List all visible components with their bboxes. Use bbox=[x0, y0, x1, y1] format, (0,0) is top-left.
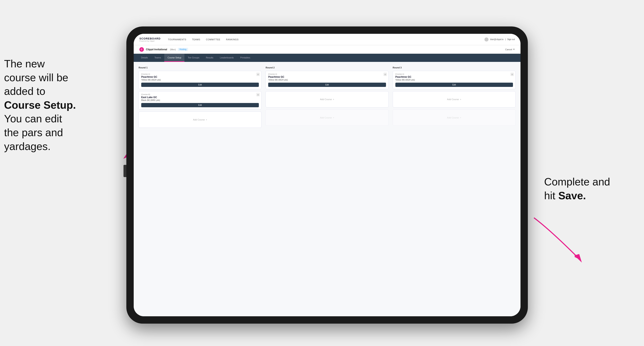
tablet-side-button bbox=[124, 165, 126, 177]
round2-course-a-delete[interactable]: ⊟ bbox=[384, 73, 387, 76]
round1-course-a-tee: Yellow (M) (6629 yds) bbox=[141, 79, 259, 81]
arrow-right bbox=[526, 214, 599, 271]
tournament-gender: (Men) bbox=[170, 48, 176, 51]
round-3-column: Round 3 ⊟ (Course A) Peachtree GC Yellow… bbox=[393, 66, 516, 130]
round2-course-a-label: (Course A) bbox=[268, 73, 386, 75]
tablet-screen: SCOREBOARD Powered by clippd TOURNAMENTS… bbox=[134, 34, 520, 316]
round3-add-course-disabled: Add Course + bbox=[393, 110, 516, 126]
round3-course-a-delete[interactable]: ⊟ bbox=[510, 73, 514, 76]
separator: | bbox=[505, 38, 506, 40]
round1-course-b-tee: Black (M) (6891 yds) bbox=[141, 99, 259, 101]
right-annotation: Complete and hit Save. bbox=[544, 175, 638, 202]
top-navigation: SCOREBOARD Powered by clippd TOURNAMENTS… bbox=[134, 34, 520, 45]
tab-printables[interactable]: Printables bbox=[237, 54, 254, 62]
round2-add-course-disabled-label: Add Course bbox=[320, 116, 332, 119]
hosting-badge: Hosting bbox=[178, 48, 188, 51]
round1-course-b-name: East Lake GC bbox=[141, 96, 259, 99]
cancel-button[interactable]: Cancel ✕ bbox=[505, 48, 515, 51]
round1-course-b-label: (Course B) bbox=[141, 93, 259, 95]
round-1-column: Round 1 ⊟ (Course A) Peachtree GC Yellow… bbox=[138, 66, 262, 130]
round3-add-course-icon: + bbox=[460, 98, 461, 101]
tab-leaderboards[interactable]: Leaderboards bbox=[217, 54, 237, 62]
app-logo: SCOREBOARD Powered by clippd bbox=[140, 37, 160, 42]
round1-add-course-icon: + bbox=[206, 119, 207, 121]
rounds-grid: Round 1 ⊟ (Course A) Peachtree GC Yellow… bbox=[138, 66, 516, 130]
annotation-line1: The new bbox=[4, 58, 45, 70]
tab-course-setup[interactable]: Course Setup bbox=[164, 54, 184, 62]
annotation-line6: yardages. bbox=[4, 141, 50, 152]
svg-marker-1 bbox=[574, 254, 582, 263]
round1-course-a-delete[interactable]: ⊟ bbox=[256, 73, 260, 76]
main-content: Round 1 ⊟ (Course A) Peachtree GC Yellow… bbox=[134, 62, 520, 316]
round1-course-a-edit[interactable]: Edit bbox=[141, 83, 259, 87]
round-2-column: Round 2 ⊟ (Course A) Peachtree GC Yellow… bbox=[266, 66, 388, 130]
annotation-right-line1: Complete and bbox=[544, 176, 610, 188]
round1-add-course-button[interactable]: Add Course + bbox=[138, 112, 262, 128]
round-2-label: Round 2 bbox=[266, 66, 388, 69]
tournament-name: Clippd Invitational bbox=[146, 48, 167, 51]
tab-teams[interactable]: Teams bbox=[151, 54, 164, 62]
round2-course-a-card: ⊟ (Course A) Peachtree GC Yellow (M) (66… bbox=[266, 71, 388, 89]
round1-course-a-name: Peachtree GC bbox=[141, 75, 259, 78]
round3-add-course-disabled-icon: + bbox=[460, 116, 461, 119]
round-3-label: Round 3 bbox=[393, 66, 516, 69]
tab-bar: Details Teams Course Setup Tee Groups Re… bbox=[134, 54, 520, 62]
annotation-line4: You can edit bbox=[4, 113, 62, 125]
annotation-right-bold: Save. bbox=[558, 190, 586, 201]
annotation-line2: course will be bbox=[4, 72, 68, 83]
round3-add-course-label: Add Course bbox=[447, 98, 459, 101]
tournament-title-area: C Clippd Invitational (Men) Hosting bbox=[140, 47, 188, 52]
annotation-line3: added to bbox=[4, 85, 45, 97]
user-avatar bbox=[484, 37, 488, 41]
round2-course-a-tee: Yellow (M) (6629 yds) bbox=[268, 79, 386, 81]
round2-add-course-disabled: Add Course + bbox=[266, 110, 388, 126]
round2-add-course-icon: + bbox=[333, 98, 334, 101]
nav-teams[interactable]: TEAMS bbox=[192, 38, 200, 41]
tab-tee-groups[interactable]: Tee Groups bbox=[184, 54, 202, 62]
logo-title: SCOREBOARD bbox=[140, 37, 160, 40]
nav-tournaments[interactable]: TOURNAMENTS bbox=[168, 38, 186, 41]
tab-results[interactable]: Results bbox=[202, 54, 217, 62]
sign-out-link[interactable]: Sign out bbox=[507, 38, 515, 40]
left-annotation: The new course will be added to Course S… bbox=[4, 57, 118, 153]
tournament-bar: C Clippd Invitational (Men) Hosting Canc… bbox=[134, 45, 520, 54]
nav-rankings[interactable]: RANKINGS bbox=[226, 38, 238, 41]
round3-course-a-edit[interactable]: Edit bbox=[395, 83, 513, 87]
user-email: blair@clippd.io bbox=[490, 38, 504, 40]
round2-course-a-name: Peachtree GC bbox=[268, 75, 386, 78]
round1-course-a-label: (Course A) bbox=[141, 73, 259, 75]
round3-course-a-name: Peachtree GC bbox=[395, 75, 513, 78]
round2-add-course-label: Add Course bbox=[320, 98, 332, 101]
round2-course-a-edit[interactable]: Edit bbox=[268, 83, 386, 87]
round3-course-a-label: (Course A) bbox=[395, 73, 513, 75]
round-1-label: Round 1 bbox=[138, 66, 262, 69]
round1-course-b-edit[interactable]: Edit bbox=[141, 103, 259, 107]
annotation-bold: Course Setup. bbox=[4, 99, 76, 111]
round3-course-a-tee: Yellow (M) (6629 yds) bbox=[395, 79, 513, 81]
tab-details[interactable]: Details bbox=[138, 54, 151, 62]
annotation-line5: the pars and bbox=[4, 127, 63, 138]
logo-subtitle: Powered by clippd bbox=[140, 40, 160, 42]
round2-add-course-button[interactable]: Add Course + bbox=[266, 91, 388, 107]
nav-links: TOURNAMENTS TEAMS COMMITTEE RANKINGS bbox=[168, 38, 484, 41]
tablet-device: SCOREBOARD Powered by clippd TOURNAMENTS… bbox=[126, 26, 528, 324]
nav-user-area: blair@clippd.io | Sign out bbox=[484, 37, 515, 41]
round3-add-course-disabled-label: Add Course bbox=[447, 116, 459, 119]
annotation-right-line2: hit bbox=[544, 190, 558, 201]
round3-course-a-card: ⊟ (Course A) Peachtree GC Yellow (M) (66… bbox=[393, 71, 516, 89]
nav-committee[interactable]: COMMITTEE bbox=[206, 38, 220, 41]
round2-add-course-disabled-icon: + bbox=[333, 116, 334, 119]
round1-course-b-card: ⊟ (Course B) East Lake GC Black (M) (689… bbox=[138, 91, 262, 110]
round1-add-course-label: Add Course bbox=[193, 119, 205, 121]
round3-add-course-button[interactable]: Add Course + bbox=[393, 91, 516, 107]
round1-course-a-card: ⊟ (Course A) Peachtree GC Yellow (M) (66… bbox=[138, 71, 262, 89]
round1-course-b-delete[interactable]: ⊟ bbox=[256, 93, 260, 96]
tournament-logo: C bbox=[140, 47, 144, 52]
